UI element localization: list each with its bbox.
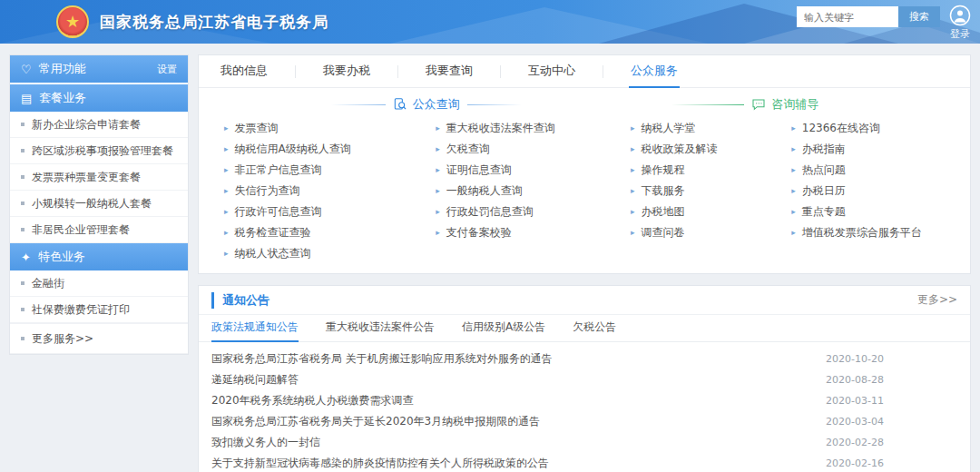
user-icon[interactable] bbox=[949, 5, 971, 26]
tab-divider bbox=[603, 65, 603, 78]
tab-public-service[interactable]: 公众服务 bbox=[629, 55, 680, 88]
notice-date: 2020-02-16 bbox=[826, 457, 884, 469]
query-link[interactable]: ▸纳税人状态查询 bbox=[224, 243, 436, 264]
sidebar-item-package[interactable]: 小规模转一般纳税人套餐 bbox=[10, 191, 188, 217]
tab-query[interactable]: 我要查询 bbox=[424, 55, 475, 88]
public-query-title: 公众查询 bbox=[413, 96, 460, 113]
consult-link[interactable]: ▸热点问题 bbox=[791, 160, 961, 181]
query-link[interactable]: ▸支付备案校验 bbox=[436, 222, 631, 243]
special-icon: ✦ bbox=[21, 251, 31, 263]
divider-line bbox=[331, 104, 386, 105]
arrow-icon: ▸ bbox=[631, 229, 635, 237]
search-input[interactable] bbox=[797, 6, 898, 27]
sidebar-item-special-service[interactable]: 社保费缴费凭证打印 bbox=[10, 297, 188, 323]
query-link[interactable]: ▸调查问卷 bbox=[631, 222, 791, 243]
notice-title-text: 关于支持新型冠状病毒感染的肺炎疫情防控有关个人所得税政策的公告 bbox=[211, 456, 549, 471]
arrow-icon: ▸ bbox=[791, 187, 796, 195]
tab-interaction[interactable]: 互动中心 bbox=[526, 55, 577, 88]
query-link[interactable]: ▸证明信息查询 bbox=[436, 160, 631, 181]
tab-my-info[interactable]: 我的信息 bbox=[219, 55, 270, 88]
search-doc-icon bbox=[393, 97, 407, 112]
notice-date: 2020-03-04 bbox=[826, 416, 884, 428]
tab-divider bbox=[500, 65, 501, 78]
packages-label: 套餐业务 bbox=[39, 90, 86, 106]
arrow-icon: ▸ bbox=[436, 208, 440, 216]
arrow-icon: ▸ bbox=[791, 208, 796, 216]
nav-tabs: 我的信息 我要办税 我要查询 互动中心 公众服务 bbox=[199, 55, 970, 88]
query-link[interactable]: ▸下载服务 bbox=[631, 181, 791, 202]
sidebar-item-special[interactable]: ✦ 特色业务 bbox=[10, 243, 188, 270]
notice-title-text: 2020年税务系统纳税人办税缴费需求调查 bbox=[211, 393, 414, 408]
notices-more-link[interactable]: 更多>> bbox=[917, 292, 957, 308]
notice-title-text: 国家税务总局江苏省税务局 关于机房搬迁影响应用系统对外服务的通告 bbox=[211, 351, 553, 367]
query-link[interactable]: ▸纳税信用A级纳税人查询 bbox=[224, 139, 436, 160]
main-content: 我的信息 我要办税 我要查询 互动中心 公众服务 公众查询 bbox=[198, 54, 971, 472]
query-link[interactable]: ▸非正常户信息查询 bbox=[224, 160, 436, 181]
arrow-icon: ▸ bbox=[224, 145, 229, 153]
notice-row[interactable]: 递延纳税问题解答 2020-08-28 bbox=[211, 369, 884, 390]
sidebar-item-favorites[interactable]: ♡ 常用功能 设置 bbox=[10, 55, 188, 83]
query-link[interactable]: ▸发票查询 bbox=[224, 118, 436, 139]
notice-row[interactable]: 致扣缴义务人的一封信 2020-02-28 bbox=[211, 432, 884, 453]
notice-tab-major-violation[interactable]: 重大税收违法案件公告 bbox=[326, 315, 435, 342]
notice-tab-credit-a[interactable]: 信用级别A级公告 bbox=[462, 315, 545, 342]
arrow-icon: ▸ bbox=[631, 208, 635, 216]
notice-row[interactable]: 2020年税务系统纳税人办税缴费需求调查 2020-03-11 bbox=[211, 390, 884, 411]
sidebar-item-package[interactable]: 非居民企业管理套餐 bbox=[10, 217, 188, 243]
sidebar-more-services[interactable]: 更多服务>> bbox=[10, 323, 188, 354]
query-link[interactable]: ▸纳税人学堂 bbox=[631, 118, 791, 139]
heart-icon: ♡ bbox=[21, 64, 32, 75]
notice-title-text: 国家税务总局江苏省税务局关于延长2020年3月纳税申报期限的通告 bbox=[211, 414, 540, 429]
query-link[interactable]: ▸行政处罚信息查询 bbox=[436, 202, 631, 222]
notice-row[interactable]: 关于支持新型冠状病毒感染的肺炎疫情防控有关个人所得税政策的公告 2020-02-… bbox=[211, 453, 884, 472]
query-link[interactable]: ▸失信行为查询 bbox=[224, 181, 436, 202]
arrow-icon: ▸ bbox=[631, 166, 635, 174]
query-link[interactable]: ▸税收政策及解读 bbox=[631, 139, 791, 160]
notice-title-text: 递延纳税问题解答 bbox=[211, 372, 299, 388]
app-header: ★ 国家税务总局江苏省电子税务局 搜索 登录 bbox=[0, 0, 980, 44]
notice-row[interactable]: 国家税务总局江苏省税务局关于延长2020年3月纳税申报期限的通告 2020-03… bbox=[211, 411, 884, 432]
notice-date: 2020-08-28 bbox=[826, 374, 884, 386]
consult-link[interactable]: ▸增值税发票综合服务平台 bbox=[791, 222, 961, 243]
arrow-icon: ▸ bbox=[224, 208, 229, 216]
query-link[interactable]: ▸操作规程 bbox=[631, 160, 791, 181]
query-link[interactable]: ▸重大税收违法案件查询 bbox=[436, 118, 631, 139]
sidebar-item-special-service[interactable]: 金融街 bbox=[10, 270, 188, 297]
divider-line bbox=[671, 104, 744, 105]
tab-do-tax[interactable]: 我要办税 bbox=[321, 55, 372, 88]
query-link[interactable]: ▸办税地图 bbox=[631, 202, 791, 222]
chat-icon bbox=[751, 97, 766, 112]
arrow-icon: ▸ bbox=[436, 145, 440, 153]
sidebar-item-package[interactable]: 新办企业综合申请套餐 bbox=[10, 112, 188, 138]
notice-tab-policy[interactable]: 政策法规通知公告 bbox=[211, 315, 299, 342]
consult-link[interactable]: ▸重点专题 bbox=[791, 202, 961, 222]
package-item-label: 跨区域涉税事项报验管理套餐 bbox=[32, 143, 173, 159]
consult-link[interactable]: ▸办税指南 bbox=[791, 139, 961, 160]
consult-link[interactable]: ▸12366在线咨询 bbox=[791, 118, 961, 139]
arrow-icon: ▸ bbox=[224, 124, 229, 133]
arrow-icon: ▸ bbox=[631, 124, 635, 133]
sidebar-item-packages[interactable]: ▤ 套餐业务 bbox=[10, 84, 188, 112]
package-item-label: 小规模转一般纳税人套餐 bbox=[32, 196, 152, 211]
query-link[interactable]: ▸一般纳税人查询 bbox=[436, 181, 631, 202]
settings-button[interactable]: 设置 bbox=[157, 63, 177, 76]
sidebar-item-package[interactable]: 发票票种票量变更套餐 bbox=[10, 164, 188, 191]
notice-tab-tax-arrears[interactable]: 欠税公告 bbox=[573, 315, 616, 342]
special-item-label: 金融街 bbox=[32, 276, 64, 291]
query-link[interactable]: ▸欠税查询 bbox=[436, 139, 631, 160]
bullet-icon bbox=[21, 149, 24, 152]
consult-link[interactable]: ▸办税日历 bbox=[791, 181, 961, 202]
query-link[interactable]: ▸税务检查证查验 bbox=[224, 222, 436, 243]
sidebar-item-package[interactable]: 跨区域涉税事项报验管理套餐 bbox=[10, 138, 188, 164]
national-emblem-logo: ★ bbox=[56, 5, 89, 38]
search-button[interactable]: 搜索 bbox=[898, 6, 940, 27]
arrow-icon: ▸ bbox=[436, 229, 440, 237]
site-title: 国家税务总局江苏省电子税务局 bbox=[100, 12, 328, 33]
arrow-icon: ▸ bbox=[436, 187, 440, 195]
arrow-icon: ▸ bbox=[631, 187, 635, 195]
query-link[interactable]: ▸行政许可信息查询 bbox=[224, 202, 436, 222]
arrow-icon: ▸ bbox=[224, 229, 229, 237]
notice-row[interactable]: 国家税务总局江苏省税务局 关于机房搬迁影响应用系统对外服务的通告 2020-10… bbox=[211, 349, 884, 369]
bullet-icon bbox=[21, 228, 24, 231]
login-link[interactable]: 登录 bbox=[950, 27, 970, 41]
